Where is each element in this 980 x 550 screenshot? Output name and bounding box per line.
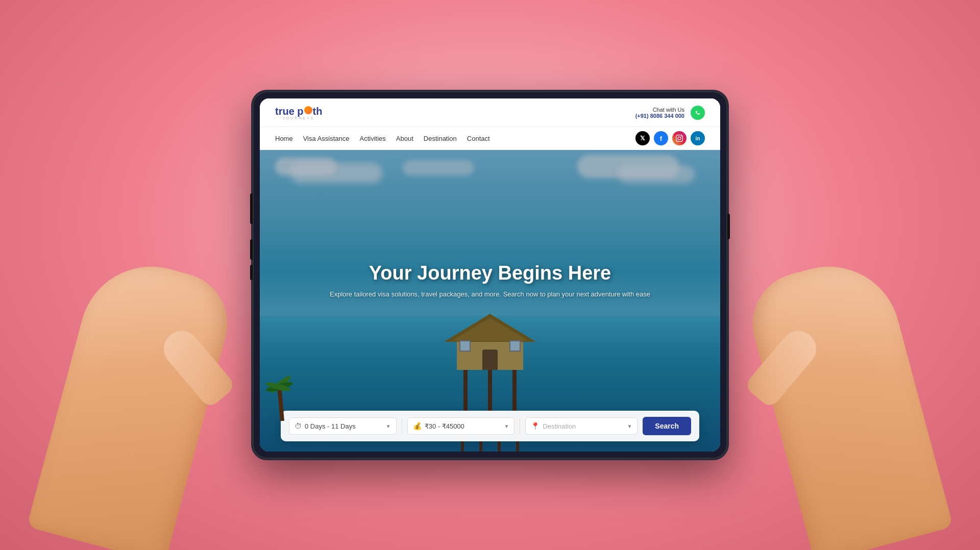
destination-field[interactable]: 📍 Destination ▼ — [525, 417, 638, 435]
chat-phone: (+91) 8086 344 000 — [635, 113, 684, 119]
duration-field[interactable]: ⏱ 0 Days - 11 Days ▼ — [289, 417, 397, 435]
budget-chevron: ▼ — [504, 423, 509, 429]
social-icons: 𝕏 f in — [635, 131, 705, 145]
search-bar: ⏱ 0 Days - 11 Days ▼ 💰 ₹30 - ₹45000 ▼ 📍 … — [281, 411, 699, 441]
hero-title: Your Journey Begins Here — [330, 263, 650, 284]
duration-chevron: ▼ — [386, 423, 391, 429]
nav-item-activities[interactable]: Activities — [360, 134, 386, 143]
chat-info: Chat with Us (+91) 8086 344 000 — [635, 107, 684, 119]
header-right: Chat with Us (+91) 8086 344 000 — [635, 106, 705, 120]
hero-subtitle: Explore tailored visa solutions, travel … — [330, 290, 650, 298]
palm-tree — [270, 385, 284, 421]
destination-placeholder: Destination — [543, 422, 624, 430]
logo: true p th JOURNEYS — [275, 106, 322, 120]
facebook-icon[interactable]: f — [654, 131, 668, 145]
instagram-icon[interactable] — [672, 131, 687, 145]
tablet-device: true p th JOURNEYS Chat with Us (+91) 80… — [253, 91, 727, 459]
duration-value: 0 Days - 11 Days — [305, 422, 383, 430]
divider-2 — [520, 418, 520, 434]
location-icon: 📍 — [531, 422, 540, 430]
logo-text-before: true p — [275, 106, 304, 117]
nav-links: Home Visa Assistance Activities About De… — [275, 134, 490, 143]
nav-item-contact[interactable]: Contact — [467, 134, 490, 143]
hero-overlay — [260, 150, 720, 452]
nav-item-about[interactable]: About — [396, 134, 413, 143]
search-button[interactable]: Search — [643, 417, 691, 435]
rupee-icon: 💰 — [413, 422, 422, 430]
chat-label: Chat with Us — [635, 107, 684, 113]
site-header: true p th JOURNEYS Chat with Us (+91) 80… — [260, 98, 720, 127]
nav-item-home[interactable]: Home — [275, 134, 293, 143]
budget-field[interactable]: 💰 ₹30 - ₹45000 ▼ — [407, 417, 515, 435]
twitter-icon[interactable]: 𝕏 — [635, 131, 650, 145]
budget-value: ₹30 - ₹45000 — [425, 422, 501, 430]
nav-item-visa[interactable]: Visa Assistance — [303, 134, 350, 143]
nav-item-destination[interactable]: Destination — [424, 134, 457, 143]
whatsapp-button[interactable] — [691, 106, 705, 120]
logo-o-circle — [304, 106, 312, 114]
destination-chevron: ▼ — [627, 423, 632, 429]
hero-content: Your Journey Begins Here Explore tailore… — [309, 263, 671, 298]
site-nav: Home Visa Assistance Activities About De… — [260, 127, 720, 150]
divider-1 — [402, 418, 402, 434]
hero-section: Your Journey Begins Here Explore tailore… — [260, 150, 720, 452]
linkedin-icon[interactable]: in — [691, 131, 705, 145]
clock-icon: ⏱ — [295, 422, 302, 430]
tablet-screen: true p th JOURNEYS Chat with Us (+91) 80… — [260, 98, 720, 452]
logo-text-after: th — [313, 106, 323, 117]
